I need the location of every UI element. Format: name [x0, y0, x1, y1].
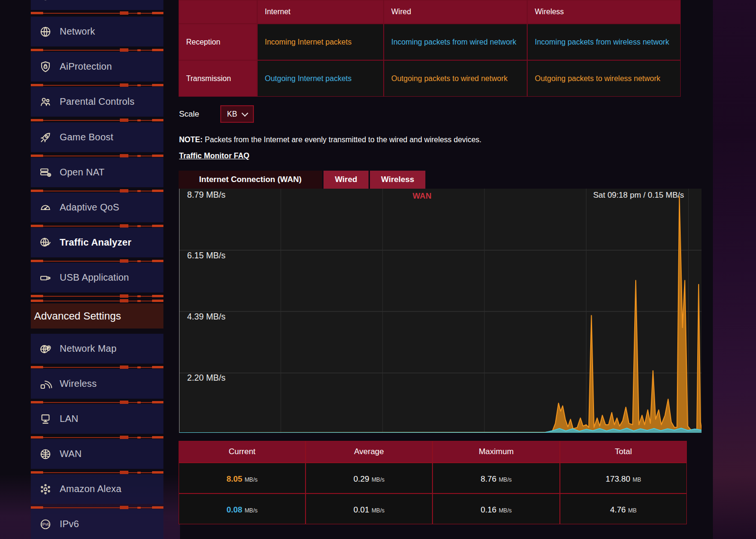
circuit-divider: [31, 365, 163, 369]
sidebar-item-amazon-alexa[interactable]: Amazon Alexa: [31, 474, 163, 504]
summary-cell-average-rx: 0.29MB/s: [306, 463, 432, 493]
tab-wired[interactable]: Wired: [324, 171, 369, 189]
traffic-globe-icon: [39, 236, 52, 249]
svg-text:6.15 MB/s: 6.15 MB/s: [187, 251, 225, 260]
svg-text:IPv6: IPv6: [42, 522, 50, 527]
legend-cell: Outgoing Internet packets: [257, 60, 384, 97]
circuit-divider: [31, 11, 163, 15]
summary-cell-average-tx: 0.01MB/s: [306, 493, 432, 524]
summary-cell-current-rx: 8.05MB/s: [179, 463, 306, 493]
sidebar-item-partial[interactable]: [31, 0, 163, 10]
sidebar-item-traffic-analyzer[interactable]: Traffic Analyzer: [31, 228, 163, 257]
globe-icon: [39, 0, 52, 2]
legend-row-label-transmission: Transmission: [179, 60, 257, 97]
usb-icon: [39, 271, 52, 284]
legend-cell-text: Incoming packets from wireless network: [535, 35, 669, 49]
sidebar-item-game-boost[interactable]: Game Boost: [31, 122, 163, 152]
summary-cell-maximum-tx: 0.16MB/s: [432, 493, 560, 524]
circuit-divider: [31, 471, 163, 475]
scale-select[interactable]: KB: [220, 105, 254, 123]
note-text: NOTE: Packets from the Internet are even…: [179, 136, 482, 144]
chevron-down-icon: [242, 110, 248, 116]
wallpaper-right-strip: [713, 0, 756, 539]
lan-monitor-icon: [39, 412, 52, 426]
legend-cell: Incoming packets from wireless network: [527, 24, 681, 60]
sidebar-item-lan[interactable]: LAN: [31, 404, 163, 434]
legend-cell-text: Outgoing packets to wireless network: [535, 71, 660, 86]
network-globe-icon: [39, 25, 52, 38]
sidebar-item-usb-application[interactable]: USB Application: [31, 263, 163, 292]
circuit-divider: [31, 224, 163, 228]
summary-cell-current-tx: 0.08MB/s: [179, 493, 306, 524]
alexa-icon: [39, 483, 52, 496]
summary-header-average: Average: [306, 441, 432, 463]
traffic-chart: 8.79 MB/s6.15 MB/s4.39 MB/s2.20 MB/s WAN…: [179, 189, 702, 433]
sidebar-item-wan[interactable]: WAN: [31, 439, 163, 469]
circuit-divider: [31, 401, 163, 404]
legend-cell-text: Incoming Internet packets: [265, 35, 351, 49]
legend-cell: Outgoing packets to wired network: [384, 60, 527, 97]
sidebar-item-open-nat[interactable]: Open NAT: [31, 157, 163, 187]
tab-internet-connection-wan[interactable]: Internet Connection (WAN): [179, 171, 322, 189]
svg-text:4.39 MB/s: 4.39 MB/s: [187, 312, 225, 321]
advanced-settings-header: Advanced Settings: [31, 303, 163, 329]
svg-text:8.79 MB/s: 8.79 MB/s: [187, 190, 225, 200]
wan-chart-svg: 8.79 MB/s6.15 MB/s4.39 MB/s2.20 MB/s: [180, 189, 702, 433]
circuit-divider: [31, 83, 163, 87]
legend-header-empty: [179, 0, 257, 24]
summary-cell-maximum-rx: 8.76MB/s: [432, 463, 560, 493]
circuit-divider: [31, 119, 163, 122]
svg-text:2.20 MB/s: 2.20 MB/s: [187, 373, 225, 383]
chart-timestamp: Sat 09:18 pm / 0.15 MB/s: [593, 191, 684, 200]
traffic-legend-table: Internet Wired Wireless Reception Incomi…: [179, 0, 681, 97]
legend-cell-text: Outgoing Internet packets: [265, 71, 351, 86]
legend-cell-text: Outgoing packets to wired network: [391, 71, 507, 86]
legend-header-internet: Internet: [257, 0, 384, 24]
summary-header-current: Current: [179, 441, 306, 463]
shield-lock-icon: [39, 60, 52, 73]
circuit-divider: [31, 506, 163, 510]
traffic-summary-table: Current Average Maximum Total 8.05MB/s 0…: [179, 441, 687, 524]
gauge-icon: [39, 201, 52, 214]
rocket-icon: [39, 131, 52, 144]
summary-cell-total-rx: 173.80MB: [560, 463, 687, 493]
legend-header-wireless: Wireless: [527, 0, 681, 24]
family-icon: [39, 95, 52, 109]
globe-grid-icon: [39, 448, 52, 461]
sidebar-item-network-map[interactable]: Network Map: [31, 334, 163, 364]
sidebar-item-parental-controls[interactable]: Parental Controls: [31, 87, 163, 117]
ipv6-globe-icon: IPv6: [39, 518, 52, 531]
circuit-divider: [31, 436, 163, 439]
traffic-monitor-faq-link[interactable]: Traffic Monitor FAQ: [179, 152, 249, 160]
scale-select-value: KB: [227, 110, 237, 119]
sidebar: NetworkAiProtectionParental ControlsGame…: [31, 0, 163, 539]
globe-pin-icon: [39, 342, 52, 356]
legend-header-wired: Wired: [384, 0, 527, 24]
scale-label: Scale: [179, 110, 199, 119]
circuit-divider: [31, 259, 163, 263]
sidebar-item-ai-protection[interactable]: AiProtection: [31, 52, 163, 82]
legend-row-label-reception: Reception: [179, 24, 257, 60]
circuit-divider: [31, 294, 163, 298]
legend-cell: Outgoing packets to wireless network: [527, 60, 681, 97]
sidebar-item-wireless[interactable]: Wireless: [31, 369, 163, 399]
circuit-divider: [31, 299, 163, 303]
sidebar-item-ipv6[interactable]: IPv6IPv6: [31, 509, 163, 539]
circuit-divider: [31, 154, 163, 158]
legend-cell: Incoming Internet packets: [257, 24, 384, 60]
sidebar-item-network[interactable]: Network: [31, 17, 163, 46]
summary-header-total: Total: [560, 441, 687, 463]
wifi-icon: [39, 377, 52, 391]
chart-wan-label: WAN: [413, 192, 432, 201]
legend-cell: Incoming packets from wired network: [384, 24, 527, 60]
sidebar-item-adaptive-qos[interactable]: Adaptive QoS: [31, 192, 163, 222]
tab-wireless[interactable]: Wireless: [370, 171, 425, 189]
server-gamepad-icon: [39, 166, 52, 179]
circuit-divider: [31, 189, 163, 193]
summary-cell-total-tx: 4.76MB: [560, 493, 687, 524]
legend-cell-text: Incoming packets from wired network: [391, 35, 516, 49]
summary-header-maximum: Maximum: [432, 441, 560, 463]
circuit-divider: [31, 48, 163, 52]
chart-tabs: Internet Connection (WAN) Wired Wireless: [179, 171, 425, 189]
